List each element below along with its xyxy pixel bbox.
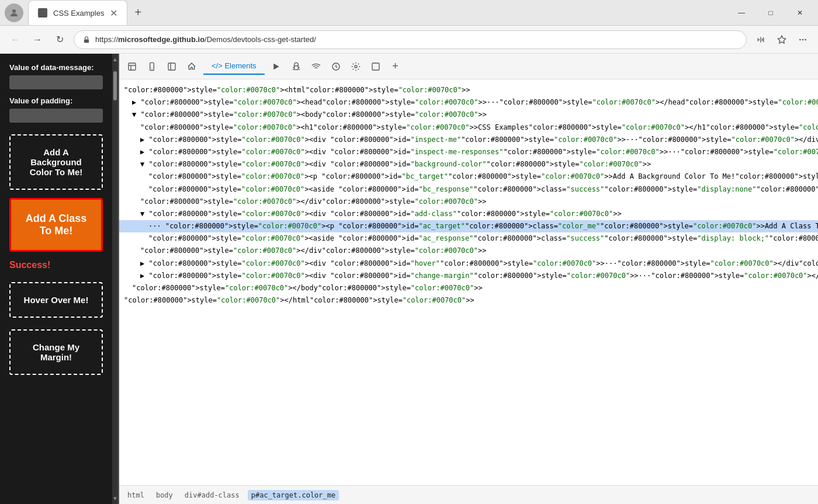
title-bar: CSS Examples ✕ + — □ ✕ bbox=[0, 0, 818, 26]
inspect-element-icon[interactable] bbox=[124, 58, 140, 75]
devtools-body: "color:#800000">style="color:#0070c0"><h… bbox=[119, 79, 818, 504]
minimize-button[interactable]: — bbox=[728, 4, 755, 22]
breadcrumb-item[interactable]: body bbox=[152, 490, 176, 500]
maximize-button[interactable]: □ bbox=[757, 4, 784, 22]
html-line[interactable]: ▶ "color:#800000">style="color:#0070c0">… bbox=[119, 270, 818, 282]
network-icon[interactable] bbox=[308, 58, 324, 75]
new-tab-button[interactable]: + bbox=[127, 0, 148, 25]
html-line[interactable]: "color:#800000">style="color:#0070c0"><p… bbox=[119, 171, 818, 183]
devtools-toolbar: </> Elements bbox=[119, 54, 818, 79]
html-line[interactable]: ▼ "color:#800000">style="color:#0070c0">… bbox=[119, 158, 818, 171]
breadcrumb-item[interactable]: p#ac_target.color_me bbox=[248, 490, 339, 500]
svg-point-4 bbox=[802, 39, 804, 40]
svg-rect-6 bbox=[129, 63, 136, 70]
html-line[interactable]: "color:#800000">style="color:#0070c0"><h… bbox=[119, 84, 818, 96]
read-aloud-icon[interactable] bbox=[753, 32, 769, 48]
sidebar-icon[interactable] bbox=[164, 58, 180, 75]
html-line[interactable]: ··· "color:#800000">style="color:#0070c0… bbox=[119, 220, 818, 232]
html-line[interactable]: ▶ "color:#800000">style="color:#0070c0">… bbox=[119, 96, 818, 109]
add-class-button[interactable]: Add A Class To Me! bbox=[9, 198, 103, 252]
html-line[interactable]: ▼ "color:#800000">style="color:#0070c0">… bbox=[119, 109, 818, 121]
browser-window: CSS Examples ✕ + — □ ✕ ← → ↻ https://mic… bbox=[0, 0, 818, 504]
data-padding-section: Value of padding: bbox=[9, 96, 103, 123]
html-line[interactable]: ▼ "color:#800000">style="color:#0070c0">… bbox=[119, 208, 818, 220]
debug-icon[interactable] bbox=[288, 58, 304, 75]
address-bar: ← → ↻ https://microsoftedge.github.io/De… bbox=[0, 26, 818, 54]
lock-icon bbox=[82, 36, 91, 44]
tab-close-button[interactable]: ✕ bbox=[110, 8, 117, 19]
main-content: Value of data-message: Value of padding:… bbox=[0, 54, 818, 504]
svg-point-3 bbox=[799, 39, 801, 40]
profile-icon[interactable] bbox=[5, 4, 23, 22]
html-line[interactable]: "color:#800000">style="color:#0070c0"><a… bbox=[119, 232, 818, 245]
more-button[interactable] bbox=[795, 32, 811, 48]
svg-rect-21 bbox=[372, 63, 379, 70]
hover-button[interactable]: Hover Over Me! bbox=[9, 282, 103, 318]
elements-tab[interactable]: </> Elements bbox=[203, 58, 265, 75]
forward-button[interactable]: → bbox=[29, 32, 46, 48]
html-panel: "color:#800000">style="color:#0070c0"><h… bbox=[119, 79, 818, 485]
console-icon[interactable] bbox=[268, 58, 285, 75]
html-line[interactable]: "color:#800000">style="color:#0070c0"></… bbox=[119, 282, 818, 294]
svg-point-5 bbox=[805, 39, 806, 40]
close-button[interactable]: ✕ bbox=[786, 4, 813, 22]
html-line[interactable]: ▶ "color:#800000">style="color:#0070c0">… bbox=[119, 146, 818, 158]
webpage-panel: Value of data-message: Value of padding:… bbox=[0, 54, 119, 504]
data-message-label: Value of data-message: bbox=[9, 63, 103, 72]
breadcrumb-item[interactable]: div#add-class bbox=[181, 490, 243, 500]
background-color-button[interactable]: Add A Background Color To Me! bbox=[9, 134, 103, 190]
html-line[interactable]: ▶ "color:#800000">style="color:#0070c0">… bbox=[119, 134, 818, 146]
svg-rect-1 bbox=[84, 39, 89, 43]
breadcrumb-bar: html body div#add-class p#ac_target.colo… bbox=[119, 485, 818, 504]
url-bar[interactable]: https://microsoftedge.github.io/Demos/de… bbox=[74, 30, 747, 49]
settings-icon[interactable] bbox=[348, 58, 364, 75]
svg-point-0 bbox=[12, 9, 16, 13]
svg-marker-2 bbox=[778, 36, 785, 43]
window-controls: — □ ✕ bbox=[728, 4, 813, 22]
svg-rect-11 bbox=[168, 63, 175, 70]
favorites-icon[interactable] bbox=[774, 32, 790, 48]
breadcrumb-item[interactable]: html bbox=[124, 490, 148, 500]
back-button[interactable]: ← bbox=[7, 32, 23, 48]
success-text: Success! bbox=[9, 260, 103, 270]
address-actions bbox=[753, 32, 811, 48]
svg-marker-13 bbox=[273, 63, 279, 69]
devtools-panel: </> Elements bbox=[119, 54, 818, 504]
performance-icon[interactable] bbox=[328, 58, 344, 75]
svg-rect-14 bbox=[294, 65, 298, 69]
data-padding-input[interactable] bbox=[9, 109, 103, 123]
tab-favicon bbox=[38, 8, 47, 18]
webpage-content: Value of data-message: Value of padding:… bbox=[0, 54, 112, 504]
layers-icon[interactable] bbox=[368, 58, 384, 75]
svg-point-20 bbox=[355, 65, 357, 68]
add-tool-icon[interactable]: + bbox=[387, 58, 404, 75]
tab-title: CSS Examples bbox=[53, 9, 104, 18]
change-margin-button[interactable]: Change My Margin! bbox=[9, 329, 103, 375]
html-line[interactable]: "color:#800000">style="color:#0070c0"></… bbox=[119, 196, 818, 208]
data-message-input[interactable] bbox=[9, 75, 103, 89]
device-toolbar-icon[interactable] bbox=[144, 58, 160, 75]
data-padding-label: Value of padding: bbox=[9, 96, 103, 105]
html-line[interactable]: ▶ "color:#800000">style="color:#0070c0">… bbox=[119, 258, 818, 270]
refresh-button[interactable]: ↻ bbox=[51, 32, 68, 48]
html-line[interactable]: "color:#800000">style="color:#0070c0"></… bbox=[119, 245, 818, 257]
html-line[interactable]: "color:#800000">style="color:#0070c0"><h… bbox=[119, 121, 818, 134]
html-section: "color:#800000">style="color:#0070c0"><h… bbox=[119, 79, 818, 504]
html-line[interactable]: "color:#800000">style="color:#0070c0"></… bbox=[119, 294, 818, 307]
url-text: https://microsoftedge.github.io/Demos/de… bbox=[95, 35, 738, 44]
url-domain: microsoftedge.github.io bbox=[118, 35, 204, 44]
html-line[interactable]: "color:#800000">style="color:#0070c0"><a… bbox=[119, 183, 818, 196]
active-tab[interactable]: CSS Examples ✕ bbox=[28, 0, 127, 25]
tab-bar: CSS Examples ✕ + bbox=[28, 0, 723, 25]
home-icon[interactable] bbox=[183, 58, 200, 75]
data-message-section: Value of data-message: bbox=[9, 63, 103, 89]
webpage-scrollbar[interactable]: ▲ ▼ bbox=[112, 54, 118, 504]
